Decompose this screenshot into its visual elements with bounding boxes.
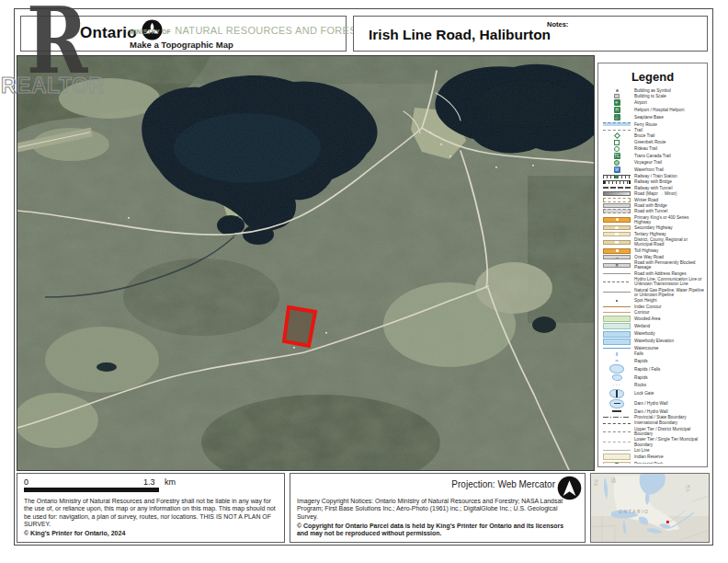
wb-elev-symbol — [602, 339, 631, 345]
lower-bound-symbol — [602, 442, 631, 442]
hydro-symbol — [602, 282, 631, 282]
legend-item-label: International Boundary — [634, 420, 677, 425]
legend-item: Dam / Hydro Wall — [602, 398, 704, 408]
legend-item-label: Rocks — [634, 383, 646, 387]
legend-item-label: Rapids / Falls — [634, 367, 660, 372]
parcel-copyright-text: © Copyright for Ontario Parcel data is h… — [297, 523, 574, 538]
legend-item: ‖Falls — [602, 351, 704, 358]
legend-item: Primary King's or 400 Series Highway — [602, 214, 704, 225]
legend-item-label: Natural Gas Pipeline, Water Pipeline or … — [634, 288, 704, 298]
upper-bound-symbol — [602, 431, 631, 432]
legend-item-label: Watercourse — [634, 346, 658, 350]
prov-park-symbol — [602, 462, 631, 464]
railway-symbol — [602, 175, 631, 178]
spot-symbol — [602, 300, 631, 303]
seaplane-symbol: ⚓ — [602, 114, 631, 121]
legend-item-label: Dam / Hydro Wall — [634, 401, 668, 406]
map-viewport — [17, 55, 595, 471]
inset-map-box: ONTARIO CASK CAMB CAQC — [590, 473, 710, 543]
contour-symbol — [602, 312, 631, 313]
legend-item-label: Railway with Bridge — [634, 179, 672, 184]
product-name: Make a Topographic Map — [130, 40, 378, 50]
road-major-symbol — [602, 191, 631, 196]
legend-item: HHeliport / Hospital Heliport — [602, 107, 704, 114]
legend-item-label: Rapids — [634, 375, 648, 380]
legend-item-label: Heliport / Hospital Heliport — [634, 108, 684, 112]
legend-item-label: Rapids — [634, 359, 648, 363]
legend-item-label: Railway / Train Station — [634, 174, 677, 178]
legend-item: Indian Reserve — [602, 454, 704, 461]
waterbody-symbol — [602, 331, 631, 338]
legend-item-label: Winter Road — [634, 198, 658, 202]
aerial-imagery — [17, 56, 594, 470]
ontario-wordmark: Ontario — [80, 24, 137, 42]
hwy-ter-symbol — [602, 232, 631, 236]
legend-item: Hydro Line, Communication Line or Unknow… — [602, 276, 704, 287]
legend-item-label: Falls — [634, 351, 643, 356]
address-symbol — [602, 273, 631, 274]
ontario-inset-map: ONTARIO CASK CAMB CAQC — [591, 474, 709, 542]
trail-symbol — [602, 130, 631, 131]
rideau-symbol — [602, 146, 631, 152]
legend-item-label: Greenbelt Route — [634, 140, 665, 144]
legend-item: Voyageur Trail — [602, 159, 704, 166]
legend-item-label: Waterbody — [634, 331, 655, 336]
legend-item: ⚓Seaplane Base — [602, 114, 704, 121]
legend-item-label: Lot Line — [634, 448, 650, 453]
toll-symbol — [602, 248, 631, 254]
scale-unit-label: km — [165, 477, 176, 487]
legend-item-label: Airport — [634, 100, 647, 105]
bldg-symbol-symbol — [602, 89, 631, 92]
legend-item-label: Ferry Route — [634, 122, 657, 127]
road-tunnel-symbol — [602, 209, 631, 213]
legend-item-label: Secondary Highway — [634, 225, 673, 230]
rapids-symbol: ≈ — [602, 358, 631, 363]
legend-item-label: Road with Tunnel — [634, 209, 667, 213]
legend-item-label: Voyageur Trail — [634, 160, 662, 165]
scale-start-label: 0 — [24, 477, 28, 487]
watercourse-symbol — [602, 348, 631, 349]
road-county-symbol — [602, 240, 631, 245]
legend-item-label: Tertiary Highway — [634, 232, 666, 236]
legend-item: Lock Gate — [602, 388, 704, 398]
wooded-symbol — [602, 316, 631, 322]
legend-item-label: Waterfront Trail — [634, 167, 664, 172]
legend-item-label: One Way Road — [634, 255, 664, 259]
legend-item-label: Building as Symbol — [634, 88, 671, 93]
legend-item-label: Seaplane Base — [634, 115, 664, 120]
legend-item-label: Provincial / State Boundary — [634, 415, 687, 419]
svg-text:MB: MB — [611, 480, 616, 484]
rocks-symbol: ··· — [602, 382, 631, 387]
legend-item: ≈Rapids — [602, 358, 704, 364]
bldg-scale-symbol — [602, 94, 631, 98]
scale-disclaimer-box: 0 1.3 km The Ontario Ministry of Natural… — [17, 473, 285, 543]
road-bridge-symbol — [602, 203, 631, 208]
lot-symbol — [602, 450, 631, 451]
heliport-symbol: H — [602, 107, 631, 113]
intl-bound-symbol — [602, 423, 631, 424]
lock-symbol — [602, 389, 631, 398]
prov-bound-symbol — [602, 417, 631, 419]
hwy-400-symbol — [602, 217, 631, 223]
legend-item-label: Lower Tier / Single Tier Municipal Bound… — [634, 437, 704, 447]
crown-copyright: © King's Printer for Ontario, 2024 — [24, 530, 125, 536]
rapids2-symbol — [602, 374, 631, 381]
legend-item: Wetland — [602, 323, 704, 330]
legend-item-label: Railway with Tunnel — [634, 186, 672, 190]
legend-item: ✕Road with Permanently Blocked Passage — [602, 259, 704, 270]
legend-item: Waterbody Elevation — [602, 338, 704, 345]
legend-item-label: Provincial Park — [634, 462, 663, 464]
legend-item-label: Toll Highway — [634, 248, 658, 253]
legend-item: TCTrans Canada Trail — [602, 152, 704, 159]
legend-item-label: Trail — [634, 128, 643, 132]
inset-region-label: ONTARIO — [619, 509, 650, 514]
title-bar: Irish Line Road, Haliburton Notes: — [353, 16, 708, 52]
legend-title: Legend — [598, 70, 707, 84]
legend-item-label: Primary King's or 400 Series Highway — [634, 215, 704, 225]
legend-item-label: Hydro Line, Communication Line or Unknow… — [634, 277, 704, 287]
scale-bar — [24, 488, 159, 492]
header-brand-box: Ontario MINISTRY OF NATURAL RESOURCES AN… — [20, 16, 347, 52]
legend-items: Building as SymbolBuilding to Scale✈Airp… — [602, 87, 704, 464]
legend-item: ✈Airport — [602, 99, 704, 107]
scale-end-label: 1.3 — [143, 477, 155, 487]
